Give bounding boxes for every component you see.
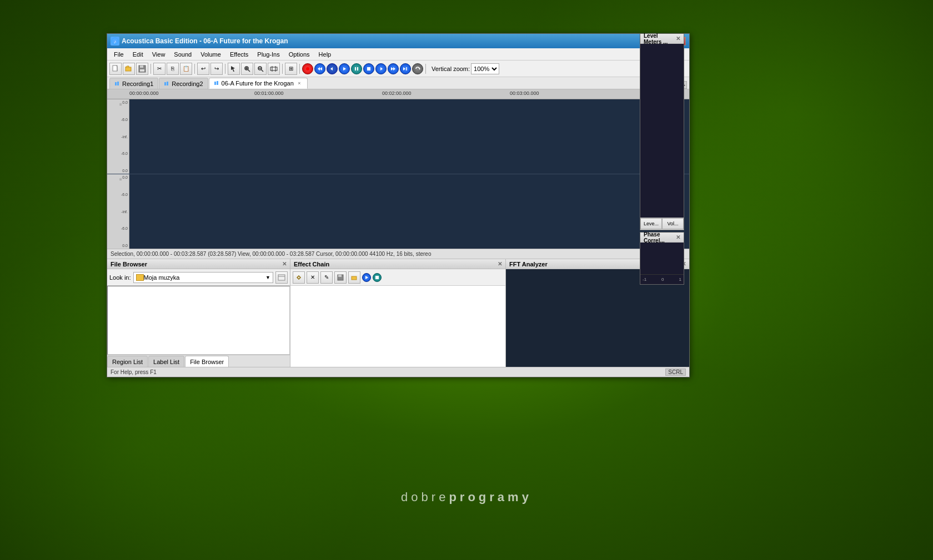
effect-save-btn[interactable] [334,271,347,284]
zoom-select[interactable]: 100% [471,63,499,74]
menu-view[interactable]: View [148,50,170,59]
file-browser-toolbar: Look in: Moja muzyka ▼ [107,269,290,286]
scrl-indicator: SCRL [665,369,686,376]
level-btn[interactable]: Leve... [640,218,662,229]
effect-chain-content [290,286,505,367]
help-text: For Help, press F1 [111,369,157,375]
svg-marker-45 [365,276,368,279]
vol-btn[interactable]: Vol... [662,218,684,229]
select-tool[interactable] [228,63,240,75]
toolbar: ✂ ⎘ 📋 ↩ ↪ ⊞ [107,60,689,77]
cut-button[interactable]: ✂ [153,63,165,75]
tab-region-list[interactable]: Region List [107,356,148,367]
save-button[interactable] [136,63,148,75]
effect-remove-btn[interactable]: ✕ [307,271,319,284]
pause-button[interactable] [351,63,362,74]
end-button[interactable] [400,63,411,74]
watermark-part2: programy [449,490,531,504]
effect-chain-title: Effect Chain [294,261,329,268]
redo-button[interactable]: ↪ [210,63,223,75]
new-button[interactable] [109,63,122,75]
menu-help[interactable]: Help [314,50,336,59]
play-button[interactable] [339,63,350,74]
svg-rect-33 [164,82,166,85]
effect-play-btn[interactable] [362,273,371,282]
file-browser-title: File Browser [111,261,147,268]
menu-file[interactable]: File [109,50,128,59]
time-marker-3: 00:03:00.000 [510,90,539,96]
undo-button[interactable]: ↩ [197,63,209,75]
svg-point-17 [306,67,309,70]
effect-add-btn[interactable] [293,271,305,284]
svg-line-8 [248,69,250,72]
waveform-track-2: 0.0 -6.0 -inf. -6.0 0.0 ≡ [107,174,689,249]
effect-load-btn[interactable] [348,271,360,284]
tab-label-list[interactable]: Label List [148,356,184,367]
tab-close-song[interactable]: × [296,80,303,87]
effect-stop-btn[interactable] [373,273,382,282]
time-marker-1: 00:01:00.000 [254,90,284,96]
svg-marker-18 [318,67,320,70]
watermark: dobreprogramy [401,490,532,504]
effect-edit-btn[interactable]: ✎ [320,271,333,284]
main-content: 00:00:00.000 00:01:00.000 00:02:00.000 0… [107,89,689,377]
svg-rect-14 [270,67,277,70]
svg-rect-43 [338,275,342,277]
svg-marker-30 [419,68,420,70]
zoom-in-tool[interactable] [241,63,253,75]
stop-button[interactable] [363,63,374,74]
svg-rect-5 [140,65,143,68]
browse-button[interactable] [275,271,288,284]
tab-song[interactable]: 06-A Future for the Krogan × [209,78,308,89]
record-button[interactable] [302,63,313,74]
timeline-ruler: 00:00:00.000 00:01:00.000 00:02:00.000 0… [107,89,689,99]
phase-correl-header: Phase Correl... ✕ [640,233,684,243]
level-meters-header: Level Meters ... ✕ [640,34,684,44]
menu-volume[interactable]: Volume [196,50,225,59]
track2-labels: 0.0 -6.0 -inf. -6.0 0.0 [107,174,129,249]
phase-correl-close[interactable]: ✕ [676,234,680,240]
tab-file-browser[interactable]: File Browser [185,356,229,367]
waveform-tracks: 0.0 -6.0 -inf. -6.0 0.0 ≡ 0.0 [107,99,689,249]
title-bar: ♪ Acoustica Basic Edition - 06-A Future … [107,34,689,48]
forward-button[interactable] [375,63,387,74]
paste-button[interactable]: 📋 [180,63,192,75]
menu-effects[interactable]: Effects [225,50,253,59]
file-browser-close[interactable]: ✕ [282,261,287,267]
grid-view-tool[interactable]: ⊞ [285,63,297,75]
file-browser-header: File Browser ✕ [107,259,290,269]
tab-recording2[interactable]: Recording2 [159,78,208,89]
fast-forward-button[interactable] [388,63,399,74]
menu-options[interactable]: Options [284,50,314,59]
zoom-out-tool[interactable] [254,63,267,75]
track1-labels: 0.0 -6.0 -inf. -6.0 0.0 [107,99,129,174]
svg-marker-25 [380,67,383,70]
menu-bar: File Edit View Sound Volume Effects Plug… [107,48,689,60]
svg-marker-27 [393,67,395,70]
watermark-part1: dobre [401,490,449,504]
svg-rect-31 [115,82,117,85]
lookin-combo[interactable]: Moja muzyka ▼ [133,272,273,283]
rewind-button[interactable] [314,63,325,74]
level-meters-close[interactable]: ✕ [676,36,680,42]
svg-rect-3 [126,67,131,71]
svg-text:♪: ♪ [114,39,117,44]
phase-correl-content [640,243,684,274]
tab-recording1[interactable]: Recording1 [109,78,158,89]
meter-buttons: Leve... Vol... [640,218,684,230]
file-browser-tab-bar: Region List Label List File Browser [107,355,290,367]
effect-chain-close[interactable]: ✕ [498,261,502,267]
phase-correl-title: Phase Correl... [644,231,676,244]
menu-plugins[interactable]: Plug-Ins [253,50,284,59]
open-button[interactable] [123,63,135,75]
normalize-tool[interactable] [268,63,280,75]
back-button[interactable] [327,63,338,74]
loop-button[interactable] [412,63,423,74]
effect-chain-header: Effect Chain ✕ [290,259,505,269]
svg-marker-28 [403,67,405,70]
copy-button[interactable]: ⎘ [167,63,179,75]
svg-line-12 [262,69,264,72]
menu-sound[interactable]: Sound [169,50,196,59]
menu-edit[interactable]: Edit [128,50,148,59]
track1-canvas: ≡ [129,99,689,174]
